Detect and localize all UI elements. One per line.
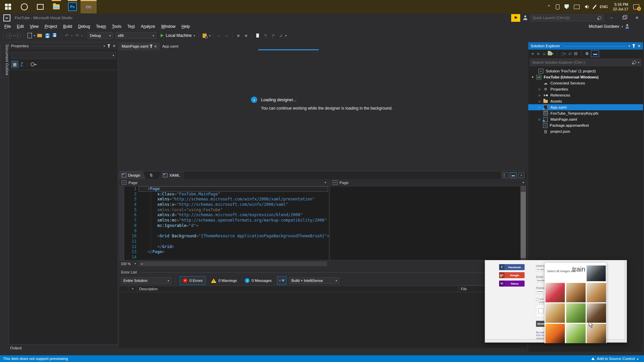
clear-bookmarks-icon[interactable]: ↲ <box>277 32 284 39</box>
tree-item-package-appxmanifest[interactable]: ≡Package.appxmanifest <box>528 122 643 128</box>
horizontal-split-button[interactable]: ▬ <box>510 172 517 178</box>
menu-edit[interactable]: Edit <box>14 23 27 30</box>
column-description[interactable]: Description <box>137 287 459 291</box>
properties-icon[interactable]: ⚙ <box>585 51 589 56</box>
pin-icon[interactable] <box>108 45 109 48</box>
zoom-level-dropdown[interactable]: 100 %▾ <box>119 261 138 267</box>
window-position-dropdown[interactable]: ▾ <box>104 45 105 48</box>
action-center-button[interactable]: 1 <box>633 4 639 9</box>
captcha-image-strawberry-cake[interactable] <box>545 283 565 302</box>
captcha-image-glowing-bowl[interactable] <box>545 324 565 343</box>
collapse-all-icon[interactable]: ⊟ <box>574 51 578 56</box>
solution-explorer-search-input[interactable]: Search Solution Explorer (Ctrl+;) ▾ <box>530 59 642 66</box>
save-icon[interactable] <box>44 32 51 39</box>
network-icon[interactable] <box>574 5 580 9</box>
swap-panes-icon[interactable]: ⇅ <box>150 173 153 178</box>
close-icon[interactable]: ✕ <box>638 44 641 48</box>
file-explorer-button[interactable] <box>48 0 64 13</box>
menu-tools[interactable]: Tools <box>109 23 124 30</box>
close-icon[interactable]: ✕ <box>113 44 116 48</box>
open-file-icon[interactable] <box>36 32 43 39</box>
photoshop-button[interactable]: Ps <box>64 0 80 13</box>
close-icon[interactable]: ✕ <box>154 45 157 48</box>
expander-collapsed-icon[interactable]: ▷ <box>536 94 543 97</box>
captcha-image-pancakes-coffee[interactable] <box>587 283 606 302</box>
visual-studio-button[interactable]: ∞ <box>80 0 97 13</box>
menu-project[interactable]: Project <box>42 23 60 30</box>
comment-icon[interactable]: ⌐ <box>215 32 222 39</box>
tab-mainpage-xaml[interactable]: MainPage.xaml ✕ <box>119 42 160 50</box>
breadcrumb[interactable]: <> Page ▾ <box>119 179 329 186</box>
column-blank[interactable] <box>119 286 128 292</box>
find-icon[interactable] <box>201 32 208 39</box>
tree-item-mainpage-xaml[interactable]: ▷MainPage.xaml <box>528 116 643 122</box>
add-to-source-control-button[interactable]: Add to Source Control ▴ <box>591 357 641 361</box>
panel-grip[interactable] <box>140 272 522 273</box>
defender-icon[interactable]: ✓ <box>565 4 569 9</box>
close-button[interactable]: ✕ <box>632 14 642 21</box>
redo-dropdown[interactable]: ▾ <box>81 34 83 37</box>
undo-icon[interactable]: ↶ <box>63 32 70 39</box>
save-all-icon[interactable] <box>52 32 58 39</box>
back-icon[interactable]: ◄ <box>530 51 534 56</box>
properties-object-dropdown[interactable]: ▾ <box>11 52 116 59</box>
captcha-image-coffee-beans[interactable] <box>587 303 606 323</box>
minimize-button[interactable]: – <box>606 14 616 21</box>
account-area[interactable]: Michael Gordeev ▾ <box>589 24 644 29</box>
switch-views-icon[interactable]: ▾ <box>548 52 553 55</box>
categorized-view-button[interactable]: ▦ <box>11 61 18 68</box>
error-list-body[interactable] <box>119 292 527 348</box>
configuration-dropdown[interactable]: Debug▾ <box>88 32 113 39</box>
menu-help[interactable]: Help <box>178 23 193 30</box>
start-button[interactable] <box>0 0 16 13</box>
quick-launch-input[interactable]: Quick Launch (Ctrl+Q) <box>530 14 604 21</box>
expander-collapsed-icon[interactable]: ▷ <box>536 100 543 103</box>
pending-changes-filter-icon[interactable]: ◷▾ <box>561 51 566 56</box>
horizontal-scrollbar[interactable]: ◄ <box>139 261 327 266</box>
task-view-button[interactable] <box>32 0 48 13</box>
menu-test[interactable]: Test <box>124 23 138 30</box>
output-panel-label[interactable]: Output <box>10 346 22 350</box>
tree-item-properties[interactable]: ▷⚙Properties <box>528 86 643 92</box>
collapse-pane-button[interactable]: « <box>518 172 525 178</box>
window-position-dropdown[interactable]: ▾ <box>629 45 630 48</box>
start-debugging-button[interactable]: Local Machine ▾ <box>161 33 195 38</box>
expander-collapsed-icon[interactable]: ▷ <box>536 118 543 121</box>
feedback-person-icon[interactable] <box>523 15 528 20</box>
warnings-toggle-button[interactable]: 0 Warnings <box>208 277 239 285</box>
toolbar-overflow-dropdown[interactable]: ▾ <box>285 34 286 37</box>
tree-item-foxtube-universal-windows-[interactable]: ▸C#FoxTube (Universal Windows) <box>528 74 643 80</box>
tree-item-project-json[interactable]: {}project.json <box>528 128 643 134</box>
code-line[interactable]: 1<Page <box>119 186 329 192</box>
error-scope-dropdown[interactable]: Entire Solution▾ <box>121 277 171 284</box>
tree-item-connected-services[interactable]: ☁Connected Services <box>528 80 643 86</box>
forward-icon[interactable]: ► <box>537 51 541 56</box>
chevron-down-icon[interactable]: ▾ <box>523 181 524 184</box>
new-file-dropdown[interactable]: ▾ <box>34 34 35 37</box>
pin-icon[interactable] <box>633 45 634 48</box>
menu-debug[interactable]: Debug <box>75 23 93 30</box>
increase-indent-icon[interactable]: ≡ <box>243 32 249 39</box>
vertical-split-button[interactable]: ▏ <box>502 172 508 178</box>
navigate-backward-dropdown[interactable]: ▾ <box>13 34 14 37</box>
panel-grip[interactable] <box>563 45 626 47</box>
sync-with-active-document-icon[interactable]: ⇄ <box>569 51 572 56</box>
clock[interactable]: 5:16 PM 22-Jul-17 <box>613 2 628 11</box>
usb-icon[interactable] <box>556 4 559 9</box>
google-login-button[interactable]: g+Google <box>499 272 525 278</box>
editor-gutter[interactable] <box>119 186 124 260</box>
expander-collapsed-icon[interactable]: ▷ <box>536 106 543 109</box>
new-file-icon[interactable]: ✦ <box>26 32 33 39</box>
restore-button[interactable] <box>619 14 629 21</box>
decrease-indent-icon[interactable]: ≡ <box>235 32 241 39</box>
preview-selected-items-button[interactable]: ▬ <box>591 50 599 57</box>
editor-scrollbar[interactable] <box>521 186 526 260</box>
tab-design[interactable]: Design <box>119 171 146 179</box>
messages-toggle-button[interactable]: i 0 Messages <box>242 277 274 285</box>
menu-team[interactable]: Team <box>93 23 109 30</box>
find-dropdown[interactable]: ▾ <box>209 34 210 37</box>
tab-xaml[interactable]: XAML <box>158 171 184 179</box>
language-indicator[interactable]: ENG <box>600 5 608 9</box>
feedback-button[interactable]: ⚑ <box>511 14 520 22</box>
captcha-image-breakfast-plate[interactable] <box>545 303 565 323</box>
